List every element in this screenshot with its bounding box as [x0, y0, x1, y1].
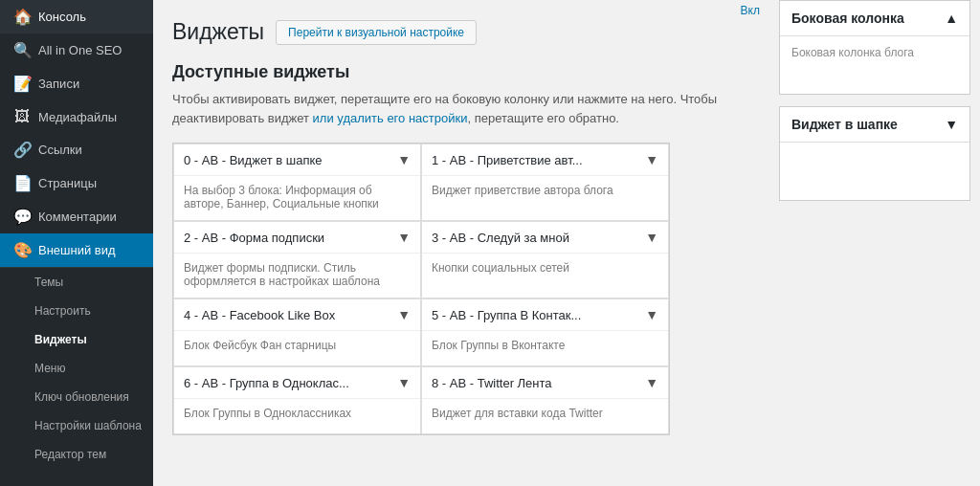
widget-header-w5[interactable]: 5 - АВ - Группа В Контак... ▼ [422, 299, 668, 331]
sidebar-item-console[interactable]: 🏠Консоль [0, 0, 153, 33]
widget-chevron-w4: ▼ [397, 307, 411, 322]
widget-cell-w3: 3 - АВ - Следуй за мной ▼ Кнопки социаль… [421, 221, 669, 298]
right-box-chevron-header_widget: ▼ [945, 117, 958, 132]
sidebar-label-posts: Записи [38, 77, 79, 91]
widget-desc-w3: Кнопки социальных сетей [422, 254, 668, 288]
sub-label-customize: Настроить [34, 304, 91, 318]
sidebar-sub-menus[interactable]: Меню [0, 354, 153, 383]
widget-desc-w1: Виджет приветствие автора блога [422, 176, 668, 210]
sidebar-item-pages[interactable]: 📄Страницы [0, 166, 153, 200]
sidebar-sub-themes[interactable]: Темы [0, 268, 153, 297]
sidebar-sub-widgets[interactable]: Виджеты [0, 325, 153, 354]
sub-label-widgets: Виджеты [34, 333, 87, 346]
right-box-body-header_widget [780, 143, 969, 200]
widget-cell-w2: 2 - АВ - Форма подписки ▼ Виджет формы п… [173, 221, 421, 298]
sub-label-menus: Меню [34, 362, 65, 375]
widget-desc-w5: Блок Группы в Вконтакте [422, 331, 668, 365]
widget-chevron-w1: ▼ [645, 152, 658, 167]
posts-icon: 📝 [13, 75, 31, 93]
sidebar-sub-template_settings[interactable]: Настройки шаблона [0, 411, 153, 440]
right-box-header-header_widget[interactable]: Виджет в шапке ▼ [780, 107, 969, 143]
sidebar-label-comments: Комментарии [38, 210, 117, 224]
sidebar-sub-theme_editor[interactable]: Редактор тем [0, 440, 153, 469]
widget-desc-w6: Блок Группы в Одноклассниках [174, 399, 420, 433]
widget-cell-w4: 4 - АВ - Facebook Like Box ▼ Блок Фейсбу… [173, 298, 421, 366]
sub-label-theme_editor: Редактор тем [34, 448, 106, 461]
widget-chevron-w3: ▼ [645, 230, 658, 245]
main-content: Вкл Виджеты Перейти к визуальной настрой… [153, 0, 769, 486]
widget-cell-w1: 1 - АВ - Приветствие авт... ▼ Виджет при… [421, 144, 669, 221]
sidebar-label-console: Консоль [38, 10, 86, 24]
sidebar-label-allinone: All in One SEO [38, 43, 122, 57]
widget-header-w4[interactable]: 4 - АВ - Facebook Like Box ▼ [174, 299, 420, 331]
right-box-title-sidebar_col: Боковая колонка [791, 11, 904, 26]
sidebar-item-appearance[interactable]: 🎨Внешний вид [0, 233, 153, 267]
widget-chevron-w7: ▼ [645, 375, 658, 390]
right-box-body-sidebar_col: Боковая колонка блога [780, 36, 969, 94]
widget-title-w1: 1 - АВ - Приветствие авт... [432, 153, 583, 167]
widget-header-w0[interactable]: 0 - АВ - Виджет в шапке ▼ [174, 144, 420, 176]
allinone-icon: 🔍 [13, 41, 31, 59]
right-box-header-sidebar_col[interactable]: Боковая колонка ▲ [780, 1, 969, 36]
right-panel: Боковая колонка ▲ Боковая колонка блога … [769, 0, 980, 486]
sidebar-item-media[interactable]: 🖼Медиафайлы [0, 100, 153, 133]
widget-cell-w0: 0 - АВ - Виджет в шапке ▼ На выбор 3 бло… [173, 144, 421, 221]
right-box-sidebar_col: Боковая колонка ▲ Боковая колонка блога [779, 0, 970, 95]
widget-title-w3: 3 - АВ - Следуй за мной [432, 231, 569, 245]
sidebar-sub-key_update[interactable]: Ключ обновления [0, 383, 153, 411]
widget-header-w1[interactable]: 1 - АВ - Приветствие авт... ▼ [422, 144, 668, 176]
visual-setup-button[interactable]: Перейти к визуальной настройке [276, 20, 477, 45]
sidebar: 🏠Консоль🔍All in One SEO📝Записи🖼Медиафайл… [0, 0, 153, 486]
widget-cell-w5: 5 - АВ - Группа В Контак... ▼ Блок Групп… [421, 298, 669, 366]
pages-icon: 📄 [13, 174, 31, 192]
right-box-chevron-sidebar_col: ▲ [945, 11, 958, 26]
widget-title-w5: 5 - АВ - Группа В Контак... [432, 308, 581, 322]
sub-label-key_update: Ключ обновления [34, 390, 129, 404]
widget-desc-w0: На выбор 3 блока: Информация об авторе, … [174, 176, 420, 220]
widget-chevron-w6: ▼ [397, 375, 411, 390]
widgets-grid: 0 - АВ - Виджет в шапке ▼ На выбор 3 бло… [172, 143, 670, 435]
widget-desc-w2: Виджет формы подписки. Стиль оформляется… [174, 254, 420, 298]
widget-cell-w7: 8 - АВ - Twitter Лента ▼ Виджет для вста… [421, 366, 669, 434]
widget-header-w2[interactable]: 2 - АВ - Форма подписки ▼ [174, 222, 420, 254]
deactivate-link[interactable]: или удалить его настройки [313, 111, 468, 125]
sub-label-template_settings: Настройки шаблона [34, 419, 142, 432]
top-link[interactable]: Вкл [741, 4, 760, 17]
page-title: Виджеты [172, 19, 264, 45]
sidebar-label-pages: Страницы [38, 176, 97, 190]
widget-header-w6[interactable]: 6 - АВ - Группа в Одноклас... ▼ [174, 367, 420, 399]
widget-header-w7[interactable]: 8 - АВ - Twitter Лента ▼ [422, 367, 668, 399]
sidebar-item-posts[interactable]: 📝Записи [0, 67, 153, 100]
sidebar-item-allinone[interactable]: 🔍All in One SEO [0, 33, 153, 67]
widget-chevron-w2: ▼ [397, 230, 411, 245]
sidebar-item-links[interactable]: 🔗Ссылки [0, 133, 153, 166]
media-icon: 🖼 [13, 108, 31, 125]
sidebar-label-appearance: Внешний вид [38, 243, 116, 257]
sub-label-themes: Темы [34, 276, 63, 289]
widget-title-w7: 8 - АВ - Twitter Лента [432, 376, 552, 390]
widget-desc-w7: Виджет для вставки кода Twitter [422, 399, 668, 433]
right-box-title-header_widget: Виджет в шапке [791, 117, 898, 132]
widget-desc-w4: Блок Фейсбук Фан старницы [174, 331, 420, 365]
widget-title-w2: 2 - АВ - Форма подписки [184, 231, 324, 245]
sidebar-label-media: Медиафайлы [38, 110, 117, 124]
available-widgets-title: Доступные виджеты [172, 62, 750, 82]
links-icon: 🔗 [13, 141, 31, 159]
right-box-header_widget: Виджет в шапке ▼ [779, 106, 970, 201]
console-icon: 🏠 [13, 8, 31, 26]
widget-chevron-w5: ▼ [645, 307, 658, 322]
sidebar-sub-customize[interactable]: Настроить [0, 297, 153, 325]
page-header: Виджеты Перейти к визуальной настройке [172, 19, 750, 45]
widget-title-w4: 4 - АВ - Facebook Like Box [184, 308, 335, 322]
comments-icon: 💬 [13, 208, 31, 226]
appearance-icon: 🎨 [13, 241, 31, 259]
sidebar-label-links: Ссылки [38, 143, 82, 157]
widget-header-w3[interactable]: 3 - АВ - Следуй за мной ▼ [422, 222, 668, 254]
widget-title-w6: 6 - АВ - Группа в Одноклас... [184, 376, 349, 390]
available-widgets-desc: Чтобы активировать виджет, перетащите ег… [172, 90, 750, 127]
widget-chevron-w0: ▼ [397, 152, 411, 167]
widget-cell-w6: 6 - АВ - Группа в Одноклас... ▼ Блок Гру… [173, 366, 421, 434]
sidebar-item-comments[interactable]: 💬Комментарии [0, 200, 153, 233]
widget-title-w0: 0 - АВ - Виджет в шапке [184, 153, 323, 167]
